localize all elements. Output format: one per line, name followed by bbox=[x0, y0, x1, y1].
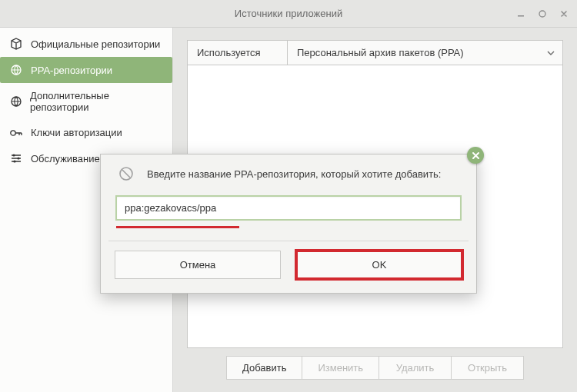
chevron-down-icon bbox=[547, 49, 555, 57]
maximize-icon bbox=[538, 9, 547, 18]
sidebar-item-label: Ключи авторизации bbox=[31, 127, 122, 138]
svg-point-1 bbox=[539, 11, 545, 17]
minimize-button[interactable] bbox=[514, 7, 528, 21]
sliders-icon bbox=[9, 152, 23, 164]
maximize-button[interactable] bbox=[535, 7, 549, 21]
globe-icon bbox=[9, 95, 22, 108]
ppa-name-input[interactable] bbox=[116, 196, 461, 220]
close-button[interactable] bbox=[557, 7, 571, 21]
table-header: Используется Персональный архив пакетов … bbox=[187, 40, 563, 65]
cancel-button[interactable]: Отмена bbox=[115, 251, 281, 279]
annotation-underline bbox=[116, 226, 239, 228]
window-controls bbox=[514, 0, 571, 27]
ok-button[interactable]: OK bbox=[296, 251, 462, 279]
sidebar-item-label: Обслуживание bbox=[31, 153, 100, 164]
dialog-message: Введите название PPA-репозитория, которы… bbox=[147, 168, 441, 180]
box-icon bbox=[9, 38, 23, 50]
add-ppa-dialog: Введите название PPA-репозитория, которы… bbox=[100, 154, 477, 294]
prohibit-icon bbox=[118, 165, 135, 182]
svg-point-6 bbox=[17, 157, 19, 159]
add-button[interactable]: Добавить bbox=[226, 356, 302, 380]
sidebar-item-label: Официальные репозитории bbox=[31, 38, 160, 50]
minimize-icon bbox=[516, 9, 525, 18]
svg-point-7 bbox=[13, 160, 15, 162]
close-icon bbox=[559, 9, 569, 18]
svg-point-4 bbox=[11, 130, 15, 135]
delete-button[interactable]: Удалить bbox=[379, 356, 452, 380]
titlebar: Источники приложений bbox=[0, 0, 577, 28]
globe-icon bbox=[9, 64, 23, 76]
dialog-input-wrap bbox=[101, 196, 476, 226]
sidebar-item-label: PPA-репозитории bbox=[31, 65, 112, 76]
sidebar-item-label: Дополнительные репозитории bbox=[30, 90, 163, 113]
dialog-header: Введите название PPA-репозитория, которы… bbox=[101, 154, 476, 196]
window-title: Источники приложений bbox=[235, 8, 342, 19]
dialog-actions: Отмена OK bbox=[101, 251, 476, 293]
svg-rect-0 bbox=[518, 15, 524, 17]
dialog-close-button[interactable] bbox=[467, 147, 484, 164]
open-button[interactable]: Открыть bbox=[452, 356, 524, 380]
dialog-separator bbox=[108, 241, 469, 241]
svg-point-5 bbox=[12, 154, 15, 156]
column-header-used[interactable]: Используется bbox=[188, 41, 288, 65]
sidebar-item-official-repos[interactable]: Официальные репозитории bbox=[0, 31, 172, 57]
close-icon bbox=[472, 151, 480, 160]
edit-button[interactable]: Изменить bbox=[302, 356, 379, 380]
column-header-name[interactable]: Персональный архив пакетов (PPA) bbox=[288, 41, 562, 65]
key-icon bbox=[9, 128, 23, 138]
sidebar-item-ppa-repos[interactable]: PPA-репозитории bbox=[0, 57, 172, 83]
sidebar-item-auth-keys[interactable]: Ключи авторизации bbox=[0, 120, 172, 145]
sidebar-item-additional-repos[interactable]: Дополнительные репозитории bbox=[0, 83, 172, 120]
column-header-name-label: Персональный архив пакетов (PPA) bbox=[297, 47, 464, 58]
bottom-toolbar: Добавить Изменить Удалить Открыть bbox=[187, 348, 563, 381]
